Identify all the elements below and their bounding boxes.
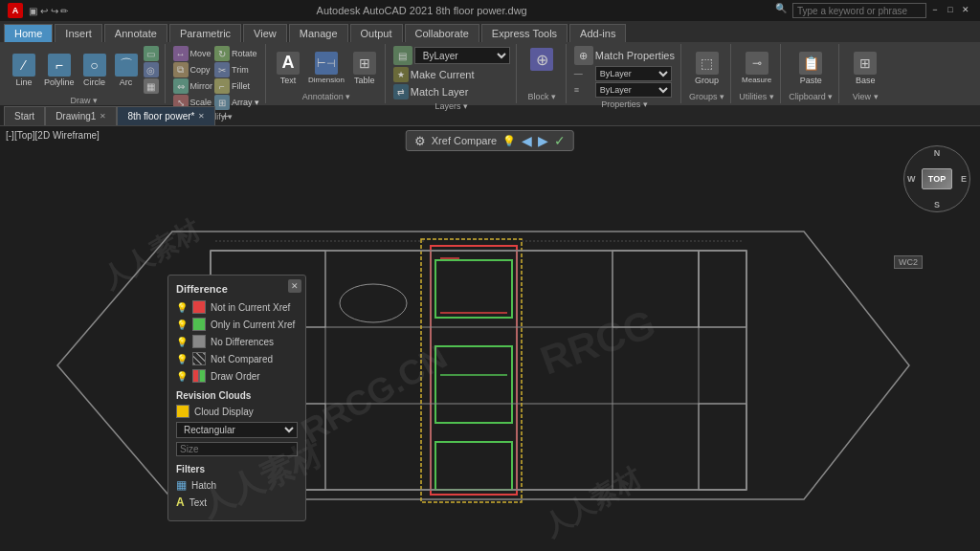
- minimize-button[interactable]: −: [928, 3, 942, 16]
- draw-ellipse-button[interactable]: ◎: [144, 62, 159, 77]
- quick-access-toolbar: ▣ ↩ ↪ ✏: [29, 6, 68, 16]
- move-button[interactable]: ↔Move: [173, 46, 213, 61]
- diff-panel-close-button[interactable]: ✕: [288, 279, 301, 293]
- compass-west: W: [907, 174, 916, 184]
- filter-text: A Text: [176, 496, 298, 509]
- title-bar: A ▣ ↩ ↪ ✏ Autodesk AutoCAD 2021 8th floo…: [0, 0, 980, 21]
- circle-button[interactable]: ○ Circle: [80, 52, 109, 89]
- properties-group-label: Properties ▾: [601, 99, 648, 109]
- diff-item-no-diff: 💡 No Differences: [176, 335, 298, 348]
- ribbon-group-layers: ▤ ByLayer ★ Make Current ⇄ Match Layer L…: [388, 44, 517, 103]
- utilities-group-label: Utilities ▾: [739, 92, 774, 101]
- diff-bulb-icon-3: 💡: [176, 337, 188, 347]
- compass-east: E: [961, 174, 967, 184]
- shape-dropdown[interactable]: Rectangular Polygonal Freehand: [176, 422, 298, 438]
- layer-properties-icon: ▤: [393, 46, 412, 65]
- base-button[interactable]: ⊞ Base: [851, 50, 880, 87]
- main-area: [-][Top][2D Wireframe]: [0, 126, 980, 551]
- ribbon-group-view: ⊞ Base View ▾: [841, 44, 889, 103]
- tab-start[interactable]: Start: [4, 106, 45, 125]
- xref-confirm-button[interactable]: ✓: [554, 133, 566, 148]
- app-icon: A: [8, 3, 23, 18]
- size-input[interactable]: [176, 442, 298, 456]
- ribbon-group-utilities: ⊸ Measure Utilities ▾: [733, 44, 781, 103]
- tab-parametric[interactable]: Parametric: [169, 24, 241, 42]
- close-button[interactable]: ✕: [959, 3, 972, 16]
- diff-bulb-icon-2: 💡: [176, 320, 188, 330]
- trim-button[interactable]: ✂Trim: [214, 62, 259, 77]
- layer-dropdown[interactable]: ByLayer: [414, 47, 510, 64]
- maximize-button[interactable]: □: [944, 3, 957, 16]
- tab-express-tools[interactable]: Express Tools: [481, 24, 568, 42]
- tab-insert[interactable]: Insert: [55, 24, 102, 42]
- tab-output[interactable]: Output: [350, 24, 403, 42]
- revision-clouds-section: Revision Clouds Cloud Display Rectangula…: [176, 390, 298, 456]
- insert-button[interactable]: ⊕: [527, 46, 556, 74]
- filter-text-icon: A: [176, 496, 185, 509]
- diff-bulb-icon-4: 💡: [176, 354, 188, 364]
- paste-button[interactable]: 📋 Paste: [796, 50, 825, 87]
- ribbon-group-draw: ⁄ Line ⌐ Polyline ○ Circle ⌒ Arc ▭ ◎: [4, 44, 166, 103]
- xref-gear-icon[interactable]: ⚙: [414, 134, 426, 148]
- linetype-dropdown[interactable]: ByLayer: [595, 82, 672, 98]
- dimension-button[interactable]: ⊢⊣ Dimension: [305, 50, 347, 86]
- tab-view[interactable]: View: [243, 24, 287, 42]
- line-button[interactable]: ⁄ Line: [10, 52, 38, 89]
- cloud-display-item: Cloud Display: [176, 405, 298, 418]
- groups-group-label: Groups ▾: [689, 92, 724, 101]
- tab-manage[interactable]: Manage: [289, 24, 348, 42]
- measure-button[interactable]: ⊸ Measure: [739, 50, 774, 86]
- tab-add-ins[interactable]: Add-ins: [569, 24, 626, 42]
- group-button[interactable]: ⬚ Group: [692, 50, 722, 87]
- new-tab-button[interactable]: +: [215, 106, 234, 125]
- compass-south: S: [934, 200, 940, 209]
- text-button[interactable]: A Text: [274, 50, 302, 87]
- view-cube[interactable]: TOP: [922, 168, 952, 189]
- viewport-label: [-][Top][2D Wireframe]: [6, 130, 100, 141]
- search-icon: 🔍: [775, 3, 787, 18]
- xref-prev-button[interactable]: ◀: [522, 133, 532, 148]
- make-current-icon: ★: [393, 67, 409, 82]
- ribbon-group-groups: ⬚ Group Groups ▾: [683, 44, 731, 103]
- tab-8th-floor-close[interactable]: ✕: [198, 112, 205, 121]
- ribbon-group-clipboard: 📋 Paste Clipboard ▾: [783, 44, 839, 103]
- xref-title: Xref Compare: [432, 135, 497, 146]
- view-group-label: View ▾: [853, 92, 879, 101]
- tab-bar: Start Drawing1 ✕ 8th floor power* ✕ +: [0, 105, 980, 126]
- tab-drawing1-close[interactable]: ✕: [100, 112, 106, 121]
- draw-hatch-button[interactable]: ▦: [144, 78, 159, 94]
- polyline-button[interactable]: ⌐ Polyline: [41, 52, 78, 89]
- nav-cube[interactable]: N S E W TOP: [903, 145, 970, 212]
- fillet-button[interactable]: ⌐Fillet: [214, 78, 259, 94]
- tab-8th-floor-power[interactable]: 8th floor power* ✕: [117, 106, 215, 125]
- clipboard-group-label: Clipboard ▾: [789, 92, 833, 101]
- color-dropdown[interactable]: ByLayer: [595, 66, 672, 81]
- xref-toolbar: ⚙ Xref Compare 💡 ◀ ▶ ✓: [406, 130, 574, 151]
- diff-bulb-icon-1: 💡: [176, 302, 188, 313]
- draw-more-button[interactable]: ▭: [144, 46, 159, 61]
- compass-ring: N S E W TOP: [903, 145, 970, 212]
- diff-item-not-current: 💡 Not in Current Xref: [176, 300, 298, 314]
- revision-clouds-title: Revision Clouds: [176, 390, 298, 401]
- cloud-display-color: [176, 405, 189, 418]
- tab-collaborate[interactable]: Collaborate: [405, 24, 479, 42]
- diff-color-green: [192, 318, 206, 331]
- drawing-canvas[interactable]: [0, 155, 980, 551]
- block-group-label: Block ▾: [528, 92, 557, 101]
- match-layer-icon: ⇄: [393, 84, 409, 99]
- rotate-button[interactable]: ↻Rotate: [214, 46, 259, 61]
- filter-hatch-icon: ▦: [176, 478, 187, 492]
- ribbon-group-modify: ↔Move ⧉Copy ⇔Mirror ⤡Scale ↻Rotate ✂Trim: [167, 44, 267, 103]
- compass-north: N: [934, 148, 941, 158]
- tab-drawing1[interactable]: Drawing1 ✕: [45, 106, 117, 125]
- arc-button[interactable]: ⌒ Arc: [112, 52, 141, 89]
- ribbon-group-block: ⊕ Block ▾: [519, 44, 567, 103]
- xref-next-button[interactable]: ▶: [538, 133, 548, 148]
- tab-home[interactable]: Home: [4, 24, 53, 42]
- search-input[interactable]: [792, 3, 926, 18]
- table-button[interactable]: ⊞ Table: [350, 50, 379, 87]
- copy-button[interactable]: ⧉Copy: [173, 62, 213, 77]
- mirror-button[interactable]: ⇔Mirror: [173, 78, 213, 94]
- annotation-group-label: Annotation ▾: [302, 92, 351, 101]
- tab-annotate[interactable]: Annotate: [104, 24, 167, 42]
